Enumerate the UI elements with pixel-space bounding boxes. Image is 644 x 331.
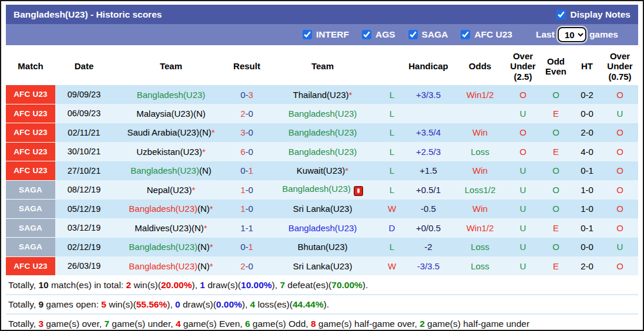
summary-line: Totally, 9 games open: 5 win(s)(55.56%),… xyxy=(6,295,638,315)
match-competition-badge: AFC U23 xyxy=(6,104,55,123)
odds-cell: Win xyxy=(454,123,507,143)
column-header: Odds xyxy=(454,48,507,85)
away-team-cell: Kuwait(U23)* xyxy=(264,161,381,181)
filter-toggle-interf[interactable]: INTERF xyxy=(303,29,349,40)
filter-checkbox-afc-u23[interactable] xyxy=(461,30,470,39)
result-cell: 6-0 xyxy=(229,142,264,161)
asterisk-marker: * xyxy=(192,185,195,195)
last-games-select[interactable]: 10 xyxy=(558,27,586,42)
summary-segment: 70.00% xyxy=(331,280,363,290)
home-team-cell: Malaysia(U23)(N) xyxy=(113,104,229,123)
summary-segment: draw(s)( xyxy=(205,280,241,290)
match-date: 05/12/19 xyxy=(55,200,113,219)
home-team-cell: Nepal(U23)* xyxy=(113,180,229,200)
odds-cell: Loss xyxy=(454,256,507,275)
summary-segment: ). xyxy=(324,299,329,309)
match-date: 27/10/21 xyxy=(55,161,113,181)
away-score: 0 xyxy=(249,261,253,271)
away-score: 1 xyxy=(249,166,253,175)
half-time-score-cell: 2-0 xyxy=(572,256,602,275)
team-suffix: (N) xyxy=(197,204,210,214)
display-notes-toggle[interactable]: Display Notes xyxy=(556,9,630,20)
result-cell: 1-0 xyxy=(229,180,264,200)
last-games-group: Last 10 games xyxy=(536,27,618,42)
away-team-cell: Bangladesh(U23) xyxy=(264,123,381,143)
column-header: Over Under (2.5) xyxy=(507,48,539,85)
filter-checkbox-interf[interactable] xyxy=(303,30,312,39)
column-header: Odd Even xyxy=(539,48,572,85)
asterisk-marker: * xyxy=(345,166,348,175)
team-name: Bangladesh(U23) xyxy=(137,90,206,100)
away-score: 1 xyxy=(249,242,253,252)
home-team-cell: Maldives(U23)(N)* xyxy=(113,218,229,238)
odd-even-cell: E xyxy=(539,142,572,161)
home-score: 0 xyxy=(240,166,245,175)
result-cell: 1-1 xyxy=(229,218,264,238)
summary-section: Totally, 10 match(es) in total: 2 win(s)… xyxy=(6,276,638,331)
summary-segment: game(s) half-game over, xyxy=(316,319,420,329)
away-score: 0 xyxy=(249,109,253,119)
summary-segment: 2 xyxy=(126,280,131,290)
filter-checkbox-ags[interactable] xyxy=(362,30,371,39)
match-date: 03/12/19 xyxy=(55,218,113,238)
summary-segment: Totally, xyxy=(8,319,38,329)
over-under-075-cell: U xyxy=(602,238,638,257)
table-row: AFC U2309/09/23Bangladesh(U23)0-3Thailan… xyxy=(6,85,638,104)
filter-label: AFC U23 xyxy=(474,29,512,40)
asterisk-marker: * xyxy=(210,204,213,214)
odds-cell: Win xyxy=(454,200,507,219)
home-score: 0 xyxy=(240,90,245,100)
match-competition-badge: SAGA xyxy=(6,218,55,238)
away-team-cell: Thailand(U23)* xyxy=(264,85,381,104)
away-score: 3 xyxy=(249,90,253,100)
home-score: 1 xyxy=(240,223,245,233)
table-header-row: MatchDateTeamResultTeamHandicapOddsOver … xyxy=(6,48,638,85)
summary-segment: ), xyxy=(272,280,280,290)
team-name: Bangladesh(U23) xyxy=(129,242,197,252)
column-header: Result xyxy=(229,48,264,85)
summary-segment: 7 xyxy=(104,319,109,329)
team-name: Bhutan(U23) xyxy=(297,242,347,252)
match-competition-badge: SAGA xyxy=(6,180,55,200)
team-name: Bangladesh(U23) xyxy=(289,147,357,157)
summary-segment: 6 xyxy=(245,319,250,329)
away-score: 0 xyxy=(249,127,253,137)
match-competition-badge: SAGA xyxy=(6,238,55,257)
odd-even-cell: O xyxy=(539,123,572,143)
display-notes-checkbox[interactable] xyxy=(556,10,566,19)
column-header: Team xyxy=(264,48,381,85)
filter-toggle-ags[interactable]: AGS xyxy=(362,29,395,40)
away-team-cell: Bhutan(U23) xyxy=(264,238,381,257)
filter-checkbox-saga[interactable] xyxy=(408,30,418,39)
summary-segment: ), xyxy=(167,299,175,309)
team-name: Malaysia(U23)(N) xyxy=(136,109,206,119)
team-suffix: (N) xyxy=(197,261,210,271)
page-title: Bangladesh(U23) - Historic scores xyxy=(14,9,162,20)
over-under-25-cell: O xyxy=(507,85,539,104)
away-team-cell: Bangladesh(U23) xyxy=(264,180,381,200)
summary-segment: 4 xyxy=(176,319,181,329)
over-under-075-cell: O xyxy=(602,180,638,200)
over-under-25-cell: U xyxy=(507,104,539,123)
handicap-cell: +3/3.5 xyxy=(403,85,454,104)
column-header: Handicap xyxy=(403,48,454,85)
over-under-075-cell: O xyxy=(602,256,638,275)
summary-segment: 3 xyxy=(38,319,43,329)
summary-segment: ). xyxy=(363,280,368,290)
filter-toggle-afc-u23[interactable]: AFC U23 xyxy=(461,29,512,40)
over-under-075-cell: O xyxy=(602,142,638,161)
summary-segment: 44.44% xyxy=(293,299,324,309)
over-under-25-cell: U xyxy=(507,161,539,181)
home-team-cell: Uzbekistan(U23)* xyxy=(113,142,229,161)
team-name: Uzbekistan(U23) xyxy=(136,147,202,157)
home-team-cell: Bangladesh(U23)(N)* xyxy=(113,256,229,275)
half-time-score-cell: 0-0 xyxy=(572,104,602,123)
summary-segment: 10 xyxy=(38,280,48,290)
away-score: 1 xyxy=(249,223,253,233)
column-header: Date xyxy=(55,48,113,85)
team-name: Bangladesh(U23) xyxy=(130,166,199,175)
match-competition-badge: AFC U23 xyxy=(6,142,55,161)
filter-toggle-saga[interactable]: SAGA xyxy=(408,29,448,40)
summary-segment: 5 xyxy=(101,299,106,309)
column-header xyxy=(381,48,403,85)
